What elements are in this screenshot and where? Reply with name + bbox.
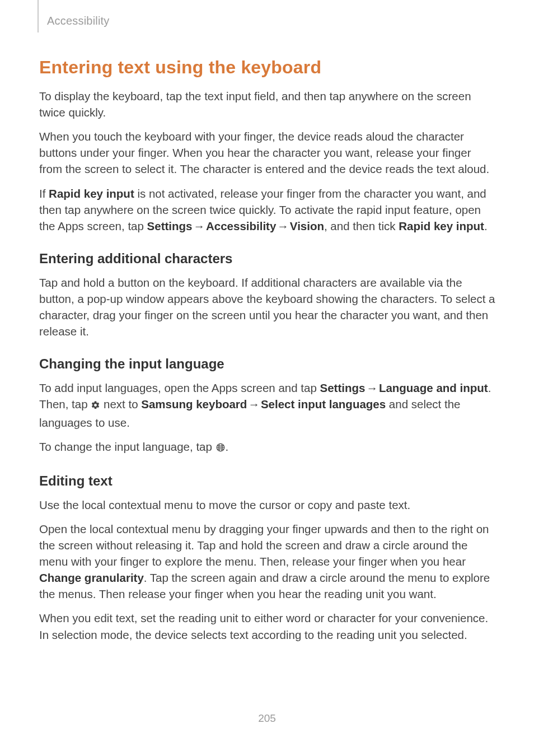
breadcrumb: Accessibility — [47, 15, 110, 27]
text-run: , and then tick — [324, 220, 399, 232]
paragraph: To add input languages, open the Apps sc… — [39, 380, 497, 430]
bold-term: Samsung keyboard — [141, 398, 247, 410]
globe-icon — [216, 440, 226, 456]
text-run: . — [484, 220, 488, 232]
subheading: Changing the input language — [39, 356, 497, 372]
paragraph: To change the input language, tap . — [39, 438, 497, 456]
paragraph: When you touch the keyboard with your fi… — [39, 128, 497, 177]
text-run: If — [39, 187, 49, 200]
arrow-icon: → — [192, 218, 206, 234]
bold-term: Settings — [147, 220, 193, 232]
text-run: Open the local contextual menu by draggi… — [39, 522, 489, 568]
bold-term: Change granularity — [39, 571, 144, 584]
text-run: . — [226, 440, 229, 453]
text-run: To change the input language, tap — [39, 440, 216, 453]
page: Accessibility Entering text using the ke… — [0, 0, 534, 756]
bold-term: Language and input — [379, 381, 488, 394]
content-area: Entering text using the keyboard To disp… — [39, 57, 497, 651]
section-title: Entering text using the keyboard — [39, 57, 497, 78]
arrow-icon: → — [247, 396, 261, 412]
paragraph: When you edit text, set the reading unit… — [39, 610, 497, 642]
bold-term: Rapid key input — [49, 187, 134, 200]
paragraph: To display the keyboard, tap the text in… — [39, 88, 497, 120]
bold-term: Select input languages — [261, 398, 386, 410]
bold-term: Rapid key input — [399, 220, 484, 232]
page-number: 205 — [0, 712, 534, 725]
subheading: Entering additional characters — [39, 251, 497, 267]
arrow-icon: → — [365, 380, 379, 396]
bold-term: Settings — [320, 381, 366, 394]
bold-term: Accessibility — [206, 220, 276, 232]
gear-icon — [91, 398, 100, 414]
paragraph: If Rapid key input is not activated, rel… — [39, 185, 497, 234]
text-run: To add input languages, open the Apps sc… — [39, 381, 320, 394]
paragraph: Use the local contextual menu to move th… — [39, 497, 497, 513]
text-run: next to — [100, 398, 141, 410]
arrow-icon: → — [276, 218, 290, 234]
subheading: Editing text — [39, 473, 497, 489]
paragraph: Open the local contextual menu by draggi… — [39, 521, 497, 603]
bold-term: Vision — [290, 220, 324, 232]
header-rule — [38, 0, 39, 32]
paragraph: Tap and hold a button on the keyboard. I… — [39, 274, 497, 339]
